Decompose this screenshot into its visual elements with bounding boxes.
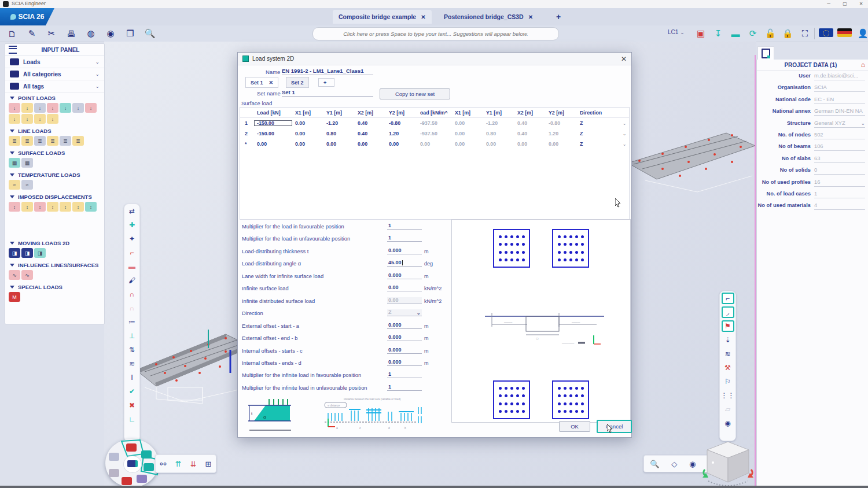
- set-tab-1[interactable]: Set 2: [286, 77, 309, 88]
- field-input-9[interactable]: 0.000: [387, 334, 422, 341]
- support-pin-icon[interactable]: ⚑: [722, 320, 734, 332]
- lock-open-icon[interactable]: 🔓: [763, 27, 778, 40]
- view-icon[interactable]: ◉: [103, 27, 118, 40]
- load-tool-icon-2-0[interactable]: ▦: [9, 158, 20, 168]
- help-search-icon[interactable]: 🔍: [142, 27, 157, 40]
- field-input-3[interactable]: 45.00: [387, 260, 422, 267]
- direction-dropdown-icon[interactable]: ⌄: [620, 142, 629, 147]
- load-tool-icon-4-6[interactable]: ↕: [85, 202, 97, 212]
- cell-*-10[interactable]: Z: [577, 141, 620, 147]
- field-input-5[interactable]: 0.00: [387, 284, 422, 291]
- view-cube-icon[interactable]: ◇: [671, 460, 677, 468]
- field-input-7[interactable]: Z⌄: [387, 309, 422, 316]
- filter-all-categories[interactable]: All categories⌄: [5, 68, 104, 80]
- load-tool-icon-0-8[interactable]: ↓: [21, 114, 33, 124]
- field-input-2[interactable]: 0.000: [387, 247, 422, 254]
- load-tool-icon-5-2[interactable]: ◨: [34, 248, 46, 258]
- curved-member-icon[interactable]: ◞: [722, 306, 734, 318]
- section-moving-loads-2d[interactable]: MOVING LOADS 2D: [5, 238, 104, 247]
- load-tool-icon-3-0[interactable]: ≈: [9, 180, 20, 190]
- load-display-icon[interactable]: ⇈: [175, 460, 182, 468]
- cell-2-10[interactable]: Z: [577, 131, 620, 136]
- load-tool-icon-0-0[interactable]: ↓: [9, 103, 20, 113]
- radial-item-truss[interactable]: [109, 453, 119, 461]
- section-influence-lines-surfaces[interactable]: INFLUENCE LINES/SURFACES: [5, 260, 104, 269]
- move-node-icon[interactable]: ⇄: [126, 205, 138, 217]
- load-tool-icon-4-5[interactable]: ↕: [72, 202, 84, 212]
- deck-icon[interactable]: ▬: [126, 261, 138, 272]
- doc-tab-0[interactable]: Composite bridge example✕: [333, 10, 432, 24]
- model-icon[interactable]: ◍: [83, 27, 98, 40]
- cell-2-5[interactable]: -937.50: [417, 131, 452, 136]
- section-surface-loads[interactable]: SURFACE LOADS: [5, 147, 104, 157]
- cell-*-0[interactable]: 0.00: [254, 141, 292, 147]
- cell-2-3[interactable]: 0.40: [355, 131, 386, 136]
- support-icon[interactable]: ⊥: [126, 330, 138, 342]
- load-tool-icon-0-5[interactable]: ↓: [72, 103, 84, 113]
- load-tool-icon-4-3[interactable]: ↕: [47, 202, 58, 212]
- set-tab-0[interactable]: Set 1✕: [245, 77, 278, 88]
- maximize-button[interactable]: ▢: [838, 0, 852, 8]
- cell-2-1[interactable]: 0.00: [292, 131, 323, 136]
- field-input-0[interactable]: 1: [387, 223, 422, 230]
- faded-tool-icon[interactable]: ▱: [722, 404, 734, 415]
- cell-*-6[interactable]: 0.00: [452, 141, 483, 147]
- cell-1-6[interactable]: 0.00: [452, 120, 483, 126]
- merge-icon[interactable]: ✦: [126, 233, 138, 245]
- printer-icon[interactable]: 🖶: [64, 27, 79, 40]
- search-input[interactable]: [312, 27, 559, 40]
- doc-tab-1[interactable]: Postensioned bridge_CS3D✕: [438, 10, 539, 24]
- dialog-close-icon[interactable]: ✕: [621, 55, 627, 63]
- section-temperature-loads[interactable]: TEMPERATURE LOADS: [5, 169, 104, 179]
- eye-layer-icon[interactable]: ◉: [722, 417, 734, 429]
- add-node-icon[interactable]: ✚: [126, 219, 138, 231]
- load-tool-icon-7-0[interactable]: M: [9, 292, 20, 302]
- expand-icon[interactable]: ⛶: [797, 27, 812, 40]
- cell-1-9[interactable]: -0.80: [546, 120, 577, 126]
- radial-item-cable-bridge[interactable]: [141, 450, 152, 459]
- hamburger-menu-icon[interactable]: [9, 46, 17, 54]
- cell-2-0[interactable]: -150.00: [254, 131, 292, 136]
- load-tool-icon-6-0[interactable]: ∿: [9, 270, 20, 280]
- hammer-icon[interactable]: ⚒: [722, 362, 734, 374]
- check-icon[interactable]: ✔: [126, 386, 138, 397]
- cell-2-4[interactable]: 1.20: [386, 131, 417, 136]
- field-input-11[interactable]: 0.000: [387, 359, 422, 366]
- zoom-selection-icon[interactable]: 🔍: [650, 460, 659, 468]
- database-icon[interactable]: ≋: [722, 348, 734, 360]
- german-flag-icon[interactable]: [837, 28, 852, 37]
- name-input[interactable]: EN 1991-2 - LM1_Lane1_Class1: [282, 68, 373, 75]
- cell-1-1[interactable]: 0.00: [292, 120, 323, 126]
- field-input-1[interactable]: 1: [387, 235, 422, 242]
- set-name-input[interactable]: Set 1: [282, 89, 373, 97]
- cell-*-2[interactable]: 0.00: [323, 141, 355, 147]
- bend-icon[interactable]: ⌐: [126, 247, 138, 258]
- project-data-tab[interactable]: [757, 46, 774, 60]
- edit-icon[interactable]: ✎: [24, 27, 39, 40]
- radial-item-barrel[interactable]: [109, 469, 119, 477]
- load-tool-icon-4-4[interactable]: ↕: [60, 202, 71, 212]
- section-icon[interactable]: Ⅰ: [126, 372, 138, 383]
- load-tool-icon-1-4[interactable]: ≣: [60, 136, 71, 146]
- section-special-loads[interactable]: SPECIAL LOADS: [5, 282, 104, 291]
- cell-1-3[interactable]: 0.40: [355, 120, 386, 126]
- layers-icon[interactable]: ≋: [126, 358, 138, 369]
- section-line-loads[interactable]: LINE LOADS: [5, 125, 104, 135]
- field-input-8[interactable]: 0.000: [387, 322, 422, 329]
- arrow-down-icon[interactable]: ⇣: [722, 334, 734, 346]
- load-tool-icon-4-0[interactable]: ↕: [9, 202, 20, 212]
- label-display-icon[interactable]: ⊞: [205, 460, 212, 468]
- angle-icon[interactable]: ∟: [126, 413, 138, 425]
- new-project-icon[interactable]: 🗋: [5, 27, 20, 40]
- load-tool-icon-3-1[interactable]: ≈: [21, 180, 33, 190]
- load-tool-icon-0-4[interactable]: ↓: [60, 103, 71, 113]
- load-tool-icon-0-3[interactable]: ↓: [47, 103, 58, 113]
- cell-2-2[interactable]: 0.80: [323, 131, 355, 136]
- field-input-12[interactable]: 1: [387, 371, 422, 378]
- copy-to-new-set-button[interactable]: Copy to new set: [380, 88, 450, 99]
- filter-all-tags[interactable]: All tags⌄: [5, 80, 104, 93]
- field-input-13[interactable]: 1: [387, 384, 422, 391]
- load-tool-icon-0-10[interactable]: ↓: [47, 114, 58, 124]
- load-tool-icon-1-0[interactable]: ≣: [9, 136, 20, 146]
- load-tool-icon-4-1[interactable]: ↕: [21, 202, 33, 212]
